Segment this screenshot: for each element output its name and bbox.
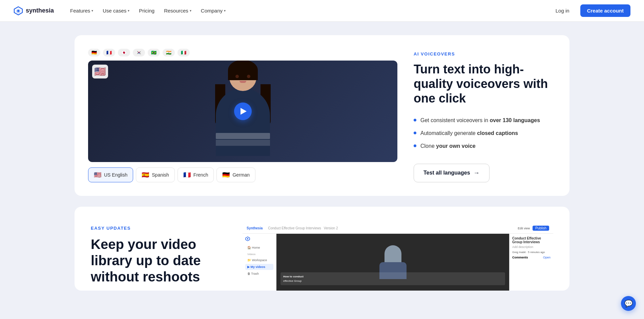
- nav-left: synthesia Features ▾ Use cases ▾ Pricing…: [14, 5, 230, 16]
- nav-usecases[interactable]: Use cases ▾: [99, 5, 133, 16]
- app-video-text-overlay: How to conduct effective Group: [281, 272, 505, 285]
- avatar-body-stripe1: [216, 133, 270, 139]
- test-languages-label: Test all languages: [423, 170, 470, 176]
- svg-point-4: [247, 238, 248, 240]
- app-screenshot: Synthesia Conduct Effective Group Interv…: [243, 223, 553, 291]
- flag-pill-jp: 🇯🇵: [118, 49, 130, 56]
- avatar-body: [216, 88, 270, 156]
- flag-pill-in: 🇮🇳: [163, 49, 175, 56]
- app-panel-description: Add description: [512, 245, 550, 249]
- updates-copy: EASY UPDATES Keep your video library up …: [91, 223, 226, 285]
- app-panel-comments-label: Comments: [512, 256, 528, 259]
- sidebar-home[interactable]: 🏠 Home: [245, 245, 273, 251]
- feature-item-2: Automatically generate closed captions: [414, 130, 556, 137]
- features-chevron-icon: ▾: [91, 9, 93, 13]
- nav-company[interactable]: Company ▾: [197, 5, 230, 16]
- avatar-eye-left: [235, 75, 239, 78]
- lang-tab-spanish[interactable]: 🇪🇸 Spanish: [136, 167, 175, 182]
- us-english-label: US English: [104, 172, 127, 178]
- feature-text-2: Automatically generate closed captions: [420, 130, 518, 137]
- nav-resources[interactable]: Resources ▾: [160, 5, 195, 16]
- video-overlay-subtitle: effective Group: [283, 279, 502, 282]
- section1-tag: AI VOICEOVERS: [414, 51, 556, 56]
- flag-pill-kr: 🇰🇷: [133, 49, 145, 56]
- flag-pill-fr: 🇫🇷: [103, 49, 115, 56]
- voiceover-card: 🇩🇪 🇫🇷 🇯🇵 🇰🇷 🇧🇷 🇮🇳 🇮🇹: [75, 35, 569, 196]
- feature-item-1: Get consistent voiceovers in over 130 la…: [414, 117, 556, 124]
- feature-text-1: Get consistent voiceovers in over 130 la…: [420, 117, 540, 124]
- create-account-button[interactable]: Create account: [580, 4, 630, 17]
- section2-tag: EASY UPDATES: [91, 226, 226, 231]
- arrow-right-icon: →: [474, 169, 480, 177]
- avatar-mouth: [240, 81, 246, 83]
- nav-pricing[interactable]: Pricing: [135, 5, 159, 16]
- logo[interactable]: synthesia: [14, 6, 54, 16]
- app-main-area: How to conduct effective Group Conduct E…: [276, 234, 553, 291]
- app-synthesia-label: Synthesia: [247, 226, 263, 230]
- lang-tab-french[interactable]: 🇫🇷 French: [178, 167, 214, 182]
- nav-links: Features ▾ Use cases ▾ Pricing Resources…: [66, 5, 230, 16]
- flag-pill-br: 🇧🇷: [148, 49, 160, 56]
- es-flag: 🇪🇸: [142, 171, 149, 179]
- sidebar-videos-label: Videos: [245, 251, 273, 257]
- feature-text-3: Clone your own voice: [420, 142, 476, 150]
- section2-headline: Keep your video library up to date witho…: [91, 236, 226, 285]
- play-icon: [241, 108, 247, 115]
- app-version: Version 2: [324, 226, 338, 230]
- nav-features[interactable]: Features ▾: [66, 5, 97, 16]
- play-button[interactable]: [234, 102, 252, 120]
- nav-right: Log in Create account: [550, 4, 630, 17]
- french-label: French: [193, 172, 208, 178]
- bullet-1: [414, 119, 416, 121]
- company-chevron-icon: ▾: [224, 9, 226, 13]
- lang-tab-german[interactable]: 🇩🇪 German: [216, 167, 255, 182]
- app-mockup: Synthesia Conduct Effective Group Interv…: [243, 223, 553, 291]
- us-flag: 🇺🇸: [94, 171, 101, 179]
- avatar-eye-right: [247, 75, 250, 78]
- login-button[interactable]: Log in: [550, 5, 575, 16]
- avatar-body-stripe2: [216, 140, 270, 146]
- section1-headline: Turn text into high-quality voiceovers w…: [414, 62, 556, 106]
- publish-badge[interactable]: Publish: [533, 226, 549, 231]
- language-flags-bar: 🇩🇪 🇫🇷 🇯🇵 🇰🇷 🇧🇷 🇮🇳 🇮🇹: [88, 49, 397, 56]
- usecases-chevron-icon: ▾: [128, 9, 129, 13]
- bullet-2: [414, 132, 416, 134]
- video-player[interactable]: 🇺🇸: [88, 61, 397, 162]
- app-body: 🏠 Home Videos 📁 Workspace ▶ My videos 🗑 …: [243, 234, 553, 291]
- spanish-label: Spanish: [152, 172, 169, 178]
- fr-flag: 🇫🇷: [183, 171, 191, 179]
- sidebar-myvideos[interactable]: ▶ My videos: [245, 264, 273, 270]
- edit-view-label: Edit view: [518, 227, 530, 230]
- lang-tab-us-english[interactable]: 🇺🇸 US English: [88, 167, 133, 182]
- navbar: synthesia Features ▾ Use cases ▾ Pricing…: [0, 0, 644, 22]
- flag-pill-it: 🇮🇹: [178, 49, 190, 56]
- de-flag: 🇩🇪: [222, 171, 230, 179]
- sidebar-workspace[interactable]: 📁 Workspace: [245, 257, 273, 263]
- sidebar-trash[interactable]: 🗑 Trash: [245, 271, 273, 277]
- german-label: German: [232, 172, 250, 178]
- app-panel: Conduct Effective Group Interviews Add d…: [509, 234, 553, 291]
- app-sidebar-logo: [245, 236, 273, 242]
- flag-badge: 🇺🇸: [92, 65, 108, 78]
- easy-updates-card: EASY UPDATES Keep your video library up …: [75, 207, 569, 291]
- video-overlay-title: How to conduct: [283, 275, 502, 278]
- person-silhouette: [385, 245, 401, 264]
- app-topbar: Synthesia Conduct Effective Group Interv…: [243, 223, 553, 234]
- logo-icon: [14, 6, 23, 16]
- app-panel-title: Conduct Effective Group Interviews: [512, 236, 550, 244]
- video-section: 🇩🇪 🇫🇷 🇯🇵 🇰🇷 🇧🇷 🇮🇳 🇮🇹: [88, 49, 397, 182]
- test-languages-button[interactable]: Test all languages →: [414, 164, 490, 182]
- voiceover-copy: AI VOICEOVERS Turn text into high-qualit…: [414, 49, 556, 182]
- chat-bubble[interactable]: 💬: [621, 296, 636, 311]
- app-topbar-title: Conduct Effective Group Interviews: [268, 226, 321, 230]
- chat-icon: 💬: [624, 299, 633, 307]
- language-tabs: 🇺🇸 US English 🇪🇸 Spanish 🇫🇷 French 🇩🇪 Ge…: [88, 167, 397, 182]
- app-logo-icon: [245, 236, 250, 241]
- main-content: 🇩🇪 🇫🇷 🇯🇵 🇰🇷 🇧🇷 🇮🇳 🇮🇹: [0, 22, 644, 304]
- app-panel-open-btn[interactable]: Open: [543, 256, 550, 259]
- brand-name: synthesia: [26, 7, 54, 14]
- app-panel-user: Greg Inabit · 5 minutes ago: [512, 251, 550, 254]
- avatar-hair-top: [228, 61, 258, 80]
- app-video-preview: How to conduct effective Group: [276, 234, 509, 291]
- avatar-head: [229, 64, 256, 91]
